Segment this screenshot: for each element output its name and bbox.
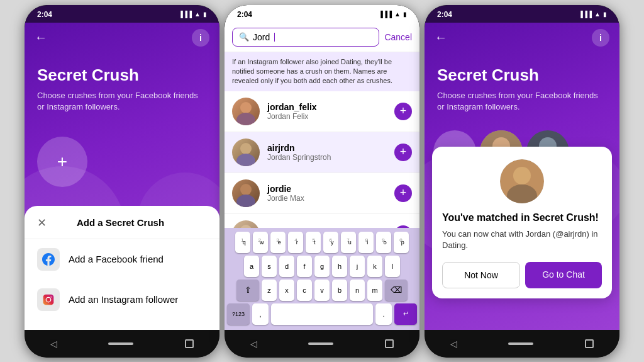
kb-sym[interactable]: ?123 — [227, 303, 250, 325]
back-button-1[interactable]: ← — [35, 30, 47, 45]
close-button[interactable]: ✕ — [37, 216, 47, 230]
add-facebook-label: Add a Facebook friend — [69, 254, 164, 264]
kb-g[interactable]: g — [314, 256, 330, 277]
kb-n[interactable]: n — [350, 280, 365, 301]
status-time-3: 2:04 — [437, 10, 452, 19]
recents-nav-icon-3[interactable] — [585, 339, 594, 348]
battery-icon-3: ▮ — [603, 11, 607, 18]
back-nav-icon-3[interactable]: ◁ — [450, 339, 457, 349]
secret-crush-title-3: Secret Crush — [437, 65, 607, 85]
kb-9[interactable]: 9o — [376, 232, 391, 253]
wifi-icon-3: ▲ — [594, 11, 601, 18]
kb-m[interactable]: m — [367, 280, 382, 301]
go-to-chat-button[interactable]: Go to Chat — [525, 262, 602, 288]
wifi-icon-2: ▲ — [394, 11, 401, 18]
kb-s[interactable]: s — [262, 256, 277, 277]
info-button-3[interactable]: i — [592, 29, 609, 47]
svg-point-8 — [236, 195, 255, 207]
info-button-1[interactable]: i — [192, 29, 209, 47]
instagram-icon — [37, 288, 60, 311]
kb-space[interactable] — [271, 303, 373, 325]
result-username-0: jordan_felix — [267, 102, 387, 112]
add-crush-0[interactable]: + — [394, 103, 412, 120]
back-nav-icon[interactable]: ◁ — [50, 339, 57, 349]
kb-7[interactable]: 7u — [341, 232, 356, 253]
result-fullname-1: Jordan Springstroh — [267, 153, 387, 162]
kb-f[interactable]: f — [297, 256, 312, 277]
add-instagram-item[interactable]: Add an Instagram follower — [25, 280, 219, 320]
add-facebook-item[interactable]: Add a Facebook friend — [25, 239, 219, 280]
add-instagram-label: Add an Instagram follower — [69, 294, 178, 305]
secret-crush-title-1: Secret Crush — [37, 65, 207, 85]
search-input[interactable]: Jord — [253, 32, 270, 42]
match-card: You've matched in Secret Crush! You can … — [432, 147, 612, 298]
svg-rect-0 — [43, 294, 54, 305]
result-avatar-3 — [232, 220, 260, 228]
kb-j[interactable]: j — [350, 256, 365, 277]
kb-b[interactable]: b — [332, 280, 347, 301]
svg-point-5 — [240, 143, 252, 154]
kb-d[interactable]: d — [279, 256, 294, 277]
kb-number-row: 1q 2w 3e 4r 5t 6y 7u 8i 9o 0p — [227, 232, 417, 253]
bottom-nav-3: ◁ — [425, 330, 619, 358]
svg-point-3 — [240, 102, 252, 113]
back-button-3[interactable]: ← — [435, 30, 447, 45]
home-nav-icon-2[interactable] — [308, 342, 333, 345]
result-username-1: airjrdn — [267, 143, 387, 153]
kb-a[interactable]: a — [244, 256, 259, 277]
home-nav-icon[interactable] — [108, 342, 133, 345]
top-nav-3: ← i — [425, 23, 619, 53]
kb-period[interactable]: . — [375, 303, 392, 325]
kb-c[interactable]: c — [297, 280, 312, 301]
kb-k[interactable]: k — [367, 256, 382, 277]
result-fullname-2: Jordie Max — [267, 194, 387, 203]
kb-enter[interactable]: ↵ — [394, 303, 417, 325]
result-avatar-0 — [232, 98, 260, 125]
kb-comma[interactable]: , — [252, 303, 269, 325]
kb-l[interactable]: l — [385, 256, 400, 277]
kb-0[interactable]: 0p — [394, 232, 409, 253]
search-results: jordan_felix Jordan Felix + airjrdn Jord… — [225, 91, 419, 228]
kb-2[interactable]: 2w — [253, 232, 268, 253]
kb-v[interactable]: v — [314, 280, 330, 301]
result-item-1[interactable]: airjrdn Jordan Springstroh + — [225, 132, 419, 173]
keyboard: 1q 2w 3e 4r 5t 6y 7u 8i 9o 0p a s — [225, 228, 419, 330]
search-bar-row: 🔍 Jord Cancel — [225, 23, 419, 52]
add-crush-button-1[interactable]: + — [37, 137, 87, 187]
kb-8[interactable]: 8i — [358, 232, 374, 253]
kb-5[interactable]: 5t — [306, 232, 321, 253]
info-banner: If an Instagram follower also joined Dat… — [225, 52, 419, 91]
recents-nav-icon[interactable] — [185, 339, 194, 348]
result-item-2[interactable]: jordie Jordie Max + — [225, 173, 419, 214]
add-crush-1[interactable]: + — [394, 144, 412, 161]
add-crush-2[interactable]: + — [394, 184, 412, 202]
status-icons-3: ▐▐▐ ▲ ▮ — [579, 11, 607, 18]
secret-crush-subtitle-3: Choose crushes from your Facebook friend… — [437, 90, 607, 113]
kb-z[interactable]: z — [262, 280, 277, 301]
kb-6[interactable]: 6y — [323, 232, 338, 253]
signal-icon-3: ▐▐▐ — [579, 11, 592, 18]
result-item-3[interactable]: mo_mo Jordon Momo + — [225, 214, 419, 228]
match-buttons: Not Now Go to Chat — [442, 262, 602, 288]
result-avatar-2 — [232, 179, 260, 207]
result-info-2: jordie Jordie Max — [267, 184, 387, 203]
kb-1[interactable]: 1q — [235, 232, 250, 253]
not-now-button[interactable]: Not Now — [442, 262, 520, 288]
match-title: You've matched in Secret Crush! — [442, 212, 602, 223]
result-item-0[interactable]: jordan_felix Jordan Felix + — [225, 91, 419, 132]
phone-3: 2:04 ▐▐▐ ▲ ▮ ← i — [425, 5, 619, 358]
back-nav-icon-2[interactable]: ◁ — [250, 339, 257, 349]
home-nav-icon-3[interactable] — [508, 342, 533, 345]
cancel-button[interactable]: Cancel — [384, 32, 412, 42]
status-time-1: 2:04 — [37, 10, 52, 19]
kb-4[interactable]: 4r — [288, 232, 303, 253]
kb-x[interactable]: x — [279, 280, 294, 301]
kb-backspace[interactable]: ⌫ — [385, 280, 408, 301]
kb-3[interactable]: 3e — [270, 232, 286, 253]
kb-shift[interactable]: ⇧ — [236, 280, 259, 301]
result-avatar-1 — [232, 139, 260, 166]
status-bar-2: 2:04 ▐▐▐ ▲ ▮ — [225, 5, 419, 23]
recents-nav-icon-2[interactable] — [385, 339, 394, 348]
kb-h[interactable]: h — [332, 256, 347, 277]
search-box[interactable]: 🔍 Jord — [232, 28, 379, 47]
